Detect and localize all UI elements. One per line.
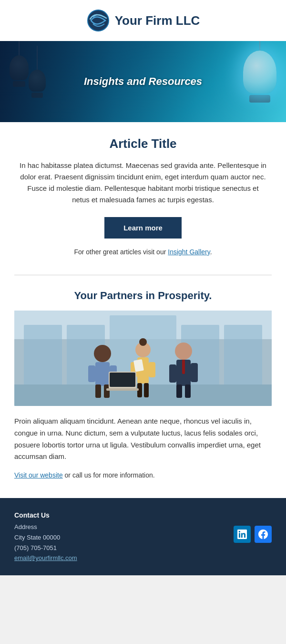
footer-social [234,511,272,543]
svg-rect-21 [149,362,155,377]
svg-rect-24 [144,383,149,397]
svg-rect-28 [169,364,176,383]
insight-suffix: . [210,248,212,256]
svg-point-11 [94,345,111,362]
insight-gallery-link[interactable]: Insight Gallery [168,248,210,256]
footer-address-line2: City State 00000 [14,532,77,543]
logo-icon [86,9,110,32]
linkedin-button[interactable] [234,526,251,543]
banner-title: Insights and Resources [84,75,202,88]
article-section: Article Title In hac habitasse platea di… [0,122,286,270]
footer-contact: Contact Us Address City State 00000 (705… [14,511,77,562]
insight-gallery-text: For other great articles visit our Insig… [19,248,267,256]
svg-rect-31 [185,384,191,398]
partners-body: Proin aliquam aliquam tincidunt. Aenean … [14,415,272,463]
svg-point-18 [139,338,147,346]
learn-more-button[interactable]: Learn more [104,217,182,239]
svg-rect-12 [95,362,110,386]
svg-point-25 [175,343,192,360]
visit-suffix: or call us for more information. [63,471,155,479]
footer-contact-title: Contact Us [14,511,77,519]
svg-rect-10 [14,384,272,406]
email-wrapper: Your Firm LLC [0,0,286,575]
footer-email-link[interactable]: email@yourfirmllc.com [14,554,77,561]
logo-text: Your Firm LLC [115,13,200,28]
svg-rect-30 [176,384,182,398]
svg-rect-29 [191,363,198,382]
banner: Insights and Resources [0,41,286,122]
visit-website-link[interactable]: Visit our website [14,471,63,479]
facebook-button[interactable] [255,526,272,543]
svg-rect-34 [106,388,139,391]
partners-illustration [14,311,272,406]
svg-rect-15 [95,384,101,398]
svg-rect-13 [88,365,95,382]
footer-phone: (705) 705-7051 [14,543,77,553]
partners-image [14,311,272,406]
visit-website-text: Visit our website or call us for more in… [14,471,272,479]
footer: Contact Us Address City State 00000 (705… [0,498,286,575]
article-body: In hac habitasse platea dictumst. Maecen… [19,160,267,206]
section-divider [14,275,272,275]
logo-container: Your Firm LLC [86,9,200,32]
article-title: Article Title [19,136,267,151]
partners-title: Your Partners in Prosperity. [14,290,272,302]
footer-address-line1: Address [14,522,77,532]
svg-rect-33 [110,373,135,387]
insight-prefix: For other great articles visit our [74,248,168,256]
svg-rect-27 [182,360,185,374]
header: Your Firm LLC [0,0,286,41]
partners-section: Your Partners in Prosperity. [0,280,286,488]
